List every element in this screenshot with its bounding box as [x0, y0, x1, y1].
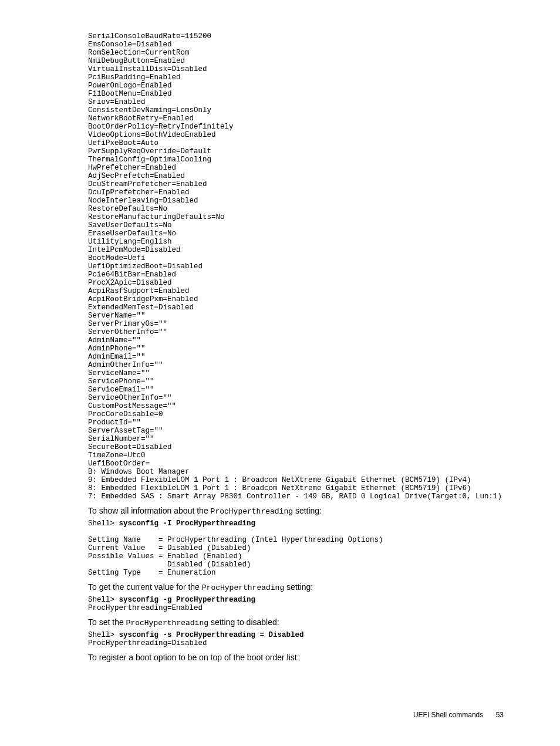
desc-set-value: To set the ProcHyperthreading setting to…: [88, 617, 504, 629]
setting-name: ProcHyperthreading: [211, 507, 293, 516]
cmd-block-3: Shell> sysconfig -s ProcHyperthreading =…: [88, 631, 504, 647]
text: setting:: [284, 582, 313, 592]
shell-prompt: Shell>: [88, 519, 119, 528]
setting-name: ProcHyperthreading: [126, 619, 208, 627]
desc-get-value: To get the current value for the ProcHyp…: [88, 582, 504, 593]
cmd-block-1: Shell> sysconfig -I ProcHyperthreading S…: [88, 519, 504, 577]
text: To set the: [88, 617, 126, 627]
shell-output: ProcHyperthreading=Enabled: [88, 604, 203, 612]
config-dump: SerialConsoleBaudRate=115200 EmsConsole=…: [88, 32, 504, 501]
shell-command: sysconfig -g ProcHyperthreading: [119, 596, 256, 604]
text: To show all information about the: [88, 506, 211, 515]
shell-output: ProcHyperthreading=Disabled: [88, 639, 207, 647]
desc-register-boot: To register a boot option to be on top o…: [88, 652, 504, 663]
text: setting to disabled:: [208, 617, 279, 627]
shell-prompt: Shell>: [88, 596, 119, 604]
footer-page-number: 53: [496, 711, 504, 719]
setting-name: ProcHyperthreading: [202, 583, 284, 592]
text: To get the current value for the: [88, 582, 202, 592]
shell-output: Setting Name = ProcHyperthreading (Intel…: [88, 536, 383, 577]
desc-show-all: To show all information about the ProcHy…: [88, 505, 504, 517]
cmd-block-2: Shell> sysconfig -g ProcHyperthreading P…: [88, 596, 504, 612]
page-content: SerialConsoleBaudRate=115200 EmsConsole=…: [0, 0, 560, 663]
shell-command: sysconfig -I ProcHyperthreading: [119, 519, 256, 528]
footer-section: UEFI Shell commands: [413, 711, 483, 719]
page-footer: UEFI Shell commands 53: [413, 711, 504, 719]
text: setting:: [293, 506, 322, 515]
shell-command: sysconfig -s ProcHyperthreading = Disabl…: [119, 631, 304, 639]
shell-prompt: Shell>: [88, 631, 119, 639]
